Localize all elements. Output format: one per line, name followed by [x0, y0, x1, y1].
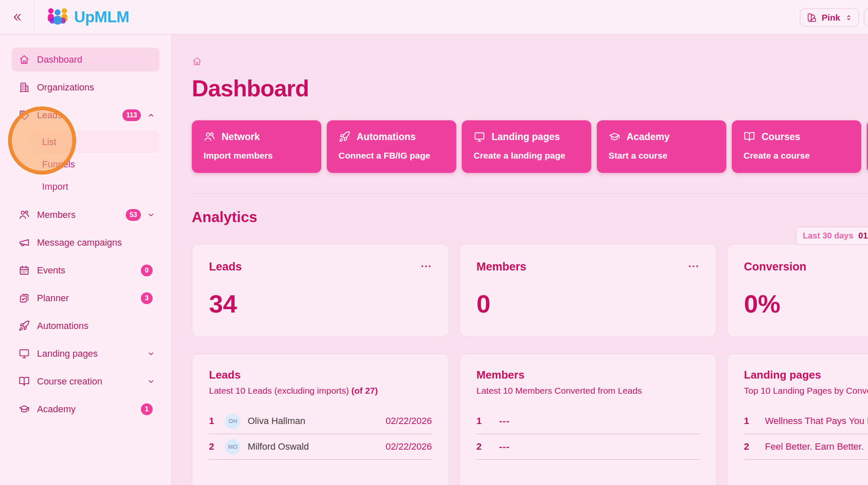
sidebar-item-members[interactable]: Members 53	[12, 203, 159, 227]
sidebar-item-course-creation[interactable]: Course creation	[12, 369, 159, 393]
page-title: Dashboard	[192, 75, 868, 102]
stat-value: 34	[209, 289, 432, 318]
member-row[interactable]: 1 ---	[476, 408, 699, 434]
grad-cap-icon	[609, 131, 620, 143]
stat-title: Conversion	[744, 260, 807, 273]
quick-action-courses[interactable]: Courses Create a course	[732, 120, 861, 173]
sidebar-item-message-campaigns[interactable]: Message campaigns	[12, 231, 159, 254]
top-header: UpMLM Pink	[0, 0, 868, 34]
chevron-down-icon	[147, 350, 155, 358]
landing-page-name: Wellness That Pays You Back	[765, 416, 868, 427]
planner-count-badge: 3	[141, 292, 153, 304]
lead-name: Milford Oswald	[248, 441, 309, 452]
sidebar-item-landing-pages[interactable]: Landing pages	[12, 342, 159, 366]
brand-name: UpMLM	[74, 8, 129, 26]
analytics-heading: Analytics	[192, 209, 868, 225]
stat-card-leads: Leads 34	[192, 244, 449, 337]
sidebar-item-dashboard[interactable]: Dashboard	[12, 48, 159, 72]
lead-date: 02/22/2026	[386, 441, 432, 452]
ellipsis-menu-icon[interactable]	[420, 260, 432, 272]
sidebar-item-automations[interactable]: Automations	[12, 314, 159, 338]
events-count-badge: 0	[141, 265, 153, 276]
date-range-selector[interactable]: Last 30 days 01/2	[796, 227, 868, 245]
home-icon	[19, 54, 30, 65]
lead-row[interactable]: 1 OH Oliva Hallman 02/22/2026	[209, 408, 432, 434]
grad-cap-icon	[19, 403, 30, 415]
list-subtitle: Top 10 Landing Pages by Conversion	[744, 386, 868, 396]
leads-submenu: List Funnels Import	[12, 131, 159, 198]
stat-value: 0%	[744, 289, 868, 318]
lists-row: Leads Latest 10 Leads (excluding imports…	[192, 354, 868, 485]
section-divider	[192, 193, 868, 193]
planner-icon	[19, 292, 30, 304]
list-title: Leads	[209, 368, 432, 382]
tag-icon	[19, 109, 30, 121]
date-range-label: Last 30 days	[803, 231, 853, 241]
lead-date: 02/22/2026	[386, 416, 432, 427]
avatar: MO	[225, 439, 241, 455]
updown-icon	[845, 14, 852, 21]
users-icon	[204, 131, 215, 143]
sidebar-subitem-import[interactable]: Import	[31, 175, 159, 198]
lead-row[interactable]: 2 MO Milford Oswald 02/22/2026	[209, 434, 432, 460]
members-count-badge: 53	[126, 209, 141, 221]
leads-list-card: Leads Latest 10 Leads (excluding imports…	[192, 354, 449, 485]
sidebar-collapse-button[interactable]	[0, 0, 34, 34]
chevron-down-icon	[147, 377, 155, 386]
rocket-icon	[19, 320, 30, 331]
academy-count-badge: 1	[141, 403, 153, 415]
sidebar: Dashboard Organizations Leads 113 List F…	[0, 35, 172, 485]
sidebar-item-leads[interactable]: Leads 113	[12, 103, 159, 127]
swatch-icon	[807, 12, 817, 23]
book-icon	[19, 376, 30, 387]
leads-count-badge: 113	[122, 109, 141, 121]
quick-action-network[interactable]: Network Import members	[192, 120, 321, 173]
sidebar-item-academy[interactable]: Academy 1	[12, 397, 159, 421]
stats-row: Leads 34 Members 0 Conversion 0%	[192, 244, 868, 337]
avatar: OH	[225, 413, 241, 429]
members-list-card: Members Latest 10 Members Converted from…	[459, 354, 717, 485]
app-logo[interactable]: UpMLM	[46, 7, 129, 28]
sidebar-subitem-funnels[interactable]: Funnels	[31, 153, 159, 175]
rocket-icon	[339, 131, 350, 143]
quick-action-academy[interactable]: Academy Start a course	[597, 120, 726, 173]
book-icon	[744, 131, 755, 143]
lead-name: Oliva Hallman	[248, 416, 305, 427]
monitor-icon	[474, 131, 485, 143]
landing-page-row[interactable]: 2 Feel Better. Earn Better.	[744, 434, 868, 460]
chevrons-left-icon	[11, 11, 24, 24]
breadcrumb-home-icon[interactable]	[192, 56, 202, 66]
theme-select-value: Pink	[822, 13, 840, 23]
stat-card-members: Members 0	[459, 244, 717, 337]
landing-page-name: Feel Better. Earn Better.	[765, 441, 864, 452]
chevron-up-icon	[147, 111, 155, 119]
empty-value: ---	[499, 416, 510, 427]
empty-value: ---	[499, 441, 510, 452]
list-title: Members	[476, 368, 699, 382]
date-range-value: 01/2	[858, 231, 868, 241]
megaphone-icon	[19, 237, 30, 248]
stat-title: Leads	[209, 260, 242, 273]
member-row[interactable]: 2 ---	[476, 434, 699, 460]
ellipsis-menu-icon[interactable]	[688, 260, 699, 272]
sidebar-item-organizations[interactable]: Organizations	[12, 75, 159, 99]
chevron-down-icon	[147, 211, 155, 219]
sidebar-subitem-list[interactable]: List	[31, 131, 159, 153]
quick-actions-row: Network Import members Automations Conne…	[192, 120, 868, 173]
list-subtitle: Latest 10 Members Converted from Leads	[476, 386, 699, 396]
sidebar-item-events[interactable]: Events 0	[12, 258, 159, 282]
quick-action-automations[interactable]: Automations Connect a FB/IG page	[327, 120, 456, 173]
stat-value: 0	[476, 289, 699, 318]
users-icon	[19, 209, 30, 220]
quick-action-landing-pages[interactable]: Landing pages Create a landing page	[462, 120, 591, 173]
header-button-partial[interactable]	[864, 8, 868, 27]
calendar-icon	[19, 265, 30, 276]
main-content: Dashboard Network Import members Automat…	[172, 35, 868, 485]
landing-pages-list-card: Landing pages Top 10 Landing Pages by Co…	[727, 354, 868, 485]
list-subtitle: Latest 10 Leads (excluding imports) (of …	[209, 386, 432, 396]
theme-select[interactable]: Pink	[800, 8, 859, 27]
sidebar-item-planner[interactable]: Planner 3	[12, 286, 159, 310]
landing-page-row[interactable]: 1 Wellness That Pays You Back	[744, 408, 868, 434]
building-icon	[19, 82, 30, 93]
monitor-icon	[19, 348, 30, 359]
